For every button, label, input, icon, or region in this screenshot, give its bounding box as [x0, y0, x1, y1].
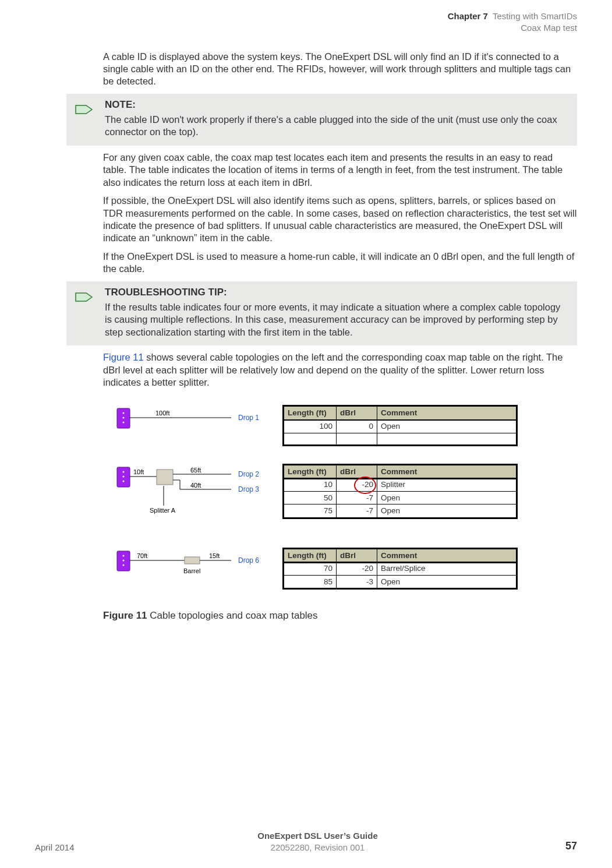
- body-text: shows several cable topologies on the le…: [103, 352, 563, 387]
- col-comment: Comment: [377, 465, 517, 478]
- svg-point-20: [123, 559, 125, 561]
- figure-link[interactable]: Figure 11: [103, 352, 144, 362]
- svg-marker-0: [76, 105, 92, 114]
- content-area: A cable ID is displayed above the system…: [0, 51, 612, 622]
- body-paragraph: A cable ID is displayed above the system…: [103, 51, 577, 88]
- chapter-label: Chapter 7: [448, 11, 488, 21]
- topology-3-diagram: 70ft 15ft Drop 6 Barrel: [103, 549, 278, 590]
- tip-title: TROUBLESHOOTING TIP:: [105, 286, 569, 299]
- svg-point-19: [123, 555, 125, 556]
- svg-rect-23: [185, 557, 200, 564]
- length-label: 15ft: [209, 552, 220, 559]
- footer-date: April 2014: [35, 842, 82, 853]
- body-paragraph: Figure 11 shows several cable topologies…: [103, 351, 577, 389]
- svg-point-9: [123, 475, 125, 477]
- table-row: 100 0 Open: [284, 419, 517, 433]
- col-dbrl: dBrl: [337, 549, 377, 562]
- barrel-label: Barrel: [183, 567, 200, 574]
- section-title-1: Testing with SmartIDs: [493, 11, 577, 21]
- drop-label: Drop 6: [238, 556, 259, 564]
- note-callout: NOTE: The cable ID won't work properly i…: [66, 94, 577, 146]
- col-comment: Comment: [377, 549, 517, 562]
- table-row: 50 -7 Open: [284, 491, 517, 504]
- length-label: 10ft: [133, 468, 144, 475]
- length-label: 65ft: [190, 467, 201, 474]
- table-row: 70 -20 Barrel/Splice: [284, 562, 517, 576]
- col-comment: Comment: [377, 407, 517, 420]
- svg-point-5: [123, 422, 125, 424]
- body-paragraph: If the OneExpert DSL is used to measure …: [103, 250, 577, 276]
- topology-2-diagram: 10ft 65ft Drop 2 40ft Drop 3 Splitter A: [103, 465, 278, 529]
- page-header: Chapter 7 Testing with SmartIDs Coax Map…: [0, 0, 612, 34]
- drop-label: Drop 3: [238, 485, 259, 493]
- col-length: Length (ft): [284, 407, 337, 420]
- figure-caption-text: Cable topologies and coax map tables: [147, 610, 318, 621]
- table-row: [284, 433, 517, 444]
- drop-label: Drop 1: [238, 414, 259, 422]
- note-arrow-icon: [75, 103, 94, 116]
- page-footer: April 2014 OneExpert DSL User’s Guide 22…: [0, 830, 612, 853]
- length-label: 70ft: [137, 552, 147, 559]
- table-row: 75 -7 Open: [284, 504, 517, 518]
- length-label: 40ft: [190, 482, 201, 489]
- note-title: NOTE:: [105, 98, 569, 111]
- svg-point-3: [123, 412, 125, 414]
- topology-row-2: 10ft 65ft Drop 2 40ft Drop 3 Splitter A …: [103, 465, 577, 529]
- tip-body: If the results table indicates four or m…: [105, 301, 569, 338]
- svg-point-21: [123, 564, 125, 566]
- footer-guide-title: OneExpert DSL User’s Guide: [82, 830, 554, 842]
- col-dbrl: dBrl: [337, 465, 377, 478]
- page-number: 57: [554, 839, 577, 853]
- body-paragraph: If possible, the OneExpert DSL will also…: [103, 195, 577, 245]
- note-body: The cable ID won't work properly if ther…: [105, 114, 569, 139]
- col-length: Length (ft): [284, 549, 337, 562]
- coax-map-table-1: Length (ft) dBrl Comment 100 0 Open: [284, 406, 517, 444]
- table-row: 10 -20 Splitter: [284, 478, 517, 492]
- svg-rect-12: [157, 470, 173, 485]
- footer-revision: 22052280, Revision 001: [82, 842, 554, 853]
- figure-number: Figure 11: [103, 610, 147, 621]
- figure-block: 100ft Drop 1 Length (ft) dBrl Comment 10…: [103, 406, 577, 622]
- col-dbrl: dBrl: [337, 407, 377, 420]
- tip-callout: TROUBLESHOOTING TIP: If the results tabl…: [66, 281, 577, 345]
- svg-point-10: [123, 480, 125, 482]
- table-row: 85 -3 Open: [284, 575, 517, 588]
- length-label: 100ft: [155, 410, 169, 417]
- tip-arrow-icon: [75, 291, 94, 304]
- body-paragraph: For any given coax cable, the coax map t…: [103, 151, 577, 189]
- svg-marker-1: [76, 293, 92, 301]
- circled-value: -20: [362, 480, 373, 489]
- topology-row-1: 100ft Drop 1 Length (ft) dBrl Comment 10…: [103, 406, 577, 444]
- coax-map-table-2: Length (ft) dBrl Comment 10 -20 Splitter…: [284, 465, 517, 518]
- figure-caption: Figure 11 Cable topologies and coax map …: [103, 609, 577, 622]
- section-title-2: Coax Map test: [521, 23, 577, 33]
- col-length: Length (ft): [284, 465, 337, 478]
- topology-row-3: 70ft 15ft Drop 6 Barrel Length (ft) dBrl…: [103, 549, 577, 590]
- svg-point-8: [123, 471, 125, 472]
- svg-point-4: [123, 417, 125, 419]
- splitter-label: Splitter A: [150, 507, 176, 514]
- topology-1-diagram: 100ft Drop 1: [103, 406, 278, 435]
- coax-map-table-3: Length (ft) dBrl Comment 70 -20 Barrel/S…: [284, 549, 517, 589]
- drop-label: Drop 2: [238, 470, 259, 478]
